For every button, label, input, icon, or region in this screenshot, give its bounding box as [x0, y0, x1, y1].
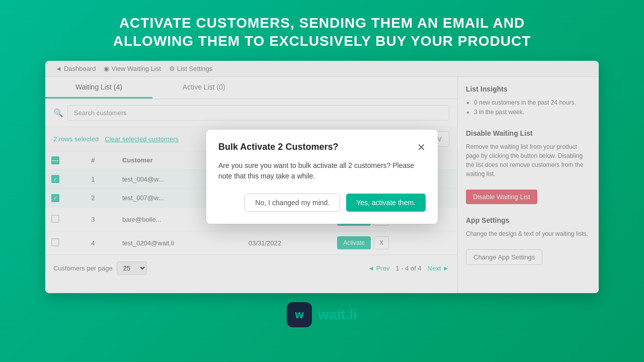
modal-body: Are you sure you want to bulk activate a… [218, 160, 426, 182]
main-content: ◄ Dashboard ◉ View Waiting List ⚙ List S… [0, 61, 644, 293]
modal-dialog: Bulk Activate 2 Customers? ✕ Are you sur… [206, 130, 438, 224]
logo-text-plain: wait. [318, 307, 349, 322]
modal-close-button[interactable]: ✕ [417, 142, 426, 152]
modal-overlay: Bulk Activate 2 Customers? ✕ Are you sur… [45, 61, 599, 293]
logo-icon: w [287, 302, 312, 327]
modal-confirm-button[interactable]: Yes, activate them. [346, 194, 426, 212]
logo-letter: w [295, 308, 304, 321]
modal-title: Bulk Activate 2 Customers? [218, 142, 338, 152]
logo-text-accent: li [349, 307, 357, 322]
header-line2: ALLOWING THEM TO EXCLUSIVELY BUY YOUR PR… [113, 33, 531, 49]
footer: w wait.li [0, 293, 644, 327]
app-container: ◄ Dashboard ◉ View Waiting List ⚙ List S… [45, 61, 599, 293]
header-line1: ACTIVATE CUSTOMERS, SENDING THEM AN EMAI… [119, 15, 525, 31]
modal-header: Bulk Activate 2 Customers? ✕ [218, 142, 426, 152]
logo-text: wait.li [318, 307, 357, 323]
modal-footer: No, I changed my mind. Yes, activate the… [218, 194, 426, 212]
modal-cancel-button[interactable]: No, I changed my mind. [245, 194, 340, 212]
header-banner: ACTIVATE CUSTOMERS, SENDING THEM AN EMAI… [0, 0, 644, 61]
